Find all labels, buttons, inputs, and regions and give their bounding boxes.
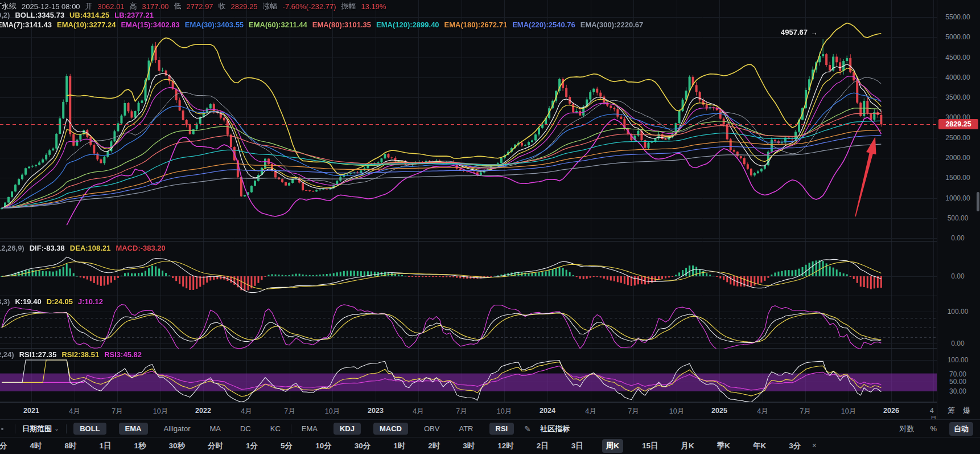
ohlc-legend-item: 开 [85, 1, 93, 11]
macd-legend-item: MACD:-383.20 [116, 244, 165, 252]
chevron-down-icon: ⌄ [54, 425, 59, 432]
timeframe-button[interactable]: 月K [677, 439, 698, 453]
ema-legend-item: EMA(10):3277.24 [57, 21, 116, 29]
rsi-legend-item: RSI1:27.35 [19, 350, 57, 359]
ohlc-legend-item: 13.19% [361, 2, 386, 11]
rsi-axis-label: 30.00 [937, 387, 978, 395]
price-axis-label: 0.00 [937, 234, 978, 242]
divider [15, 424, 15, 433]
main-indicator-button[interactable]: MA [206, 423, 224, 435]
price-axis-label: 2500.00 [937, 134, 978, 142]
sub-indicator-button[interactable]: OBV [421, 423, 443, 435]
scrollbar-thumb[interactable] [977, 192, 979, 211]
sub-indicator-button[interactable]: ATR [455, 423, 476, 435]
price-axis-label: 1000.00 [937, 194, 978, 202]
time-axis-label: 2025 [711, 407, 727, 415]
timeframe-button[interactable]: 年K [749, 439, 770, 453]
date-range-button[interactable]: 日期范围 ⌄ [22, 424, 59, 434]
edit-indicator-icon[interactable]: ✎ [524, 424, 531, 433]
ema-legend-item: EMA(300):2220.67 [580, 21, 644, 29]
ohlc-legend-item: 2025-12-15 08:00 [22, 2, 80, 11]
timeframe-button[interactable]: 2时 [424, 439, 444, 453]
timeframe-button[interactable]: 10分 [311, 439, 336, 453]
timeframe-button[interactable]: 30秒 [165, 439, 190, 453]
timeframe-button[interactable]: 分 [0, 439, 11, 453]
timeframe-button[interactable]: 3分 [785, 439, 805, 453]
price-axis-label: 4000.00 [937, 73, 978, 81]
timeframe-button[interactable]: 8时 [61, 439, 81, 453]
timeframe-bar: 分4时8时1日1秒30秒分时1分5分10分30分1时2时3时12时2日3日周K1… [0, 437, 980, 454]
sub-indicator-button[interactable]: KDJ [333, 423, 361, 435]
chip-tool-button[interactable]: 筹 [948, 406, 955, 416]
arrow-right-icon: → [811, 28, 818, 36]
time-axis-label: 7月 [800, 407, 810, 416]
sub-indicator-button[interactable]: RSI [489, 423, 514, 435]
community-indicators-button[interactable]: 社区指标 [540, 424, 570, 434]
current-price-badge: 2829.25 [938, 119, 978, 129]
ohlc-legend-item: 收 [219, 1, 226, 11]
ohlc-legend-item: -7.60%(-232.77) [283, 2, 336, 11]
boll-legend-item: 0,2) [0, 11, 10, 19]
divider [291, 424, 291, 433]
timeframe-button[interactable]: 3日 [567, 439, 587, 453]
scale-mode-button[interactable]: 对数 [896, 422, 917, 436]
price-axis[interactable]: 5500.005000.004500.004000.003500.003000.… [937, 0, 980, 419]
timeframe-button[interactable]: 1分 [242, 439, 262, 453]
kdj-axis-label: 100.00 [937, 308, 978, 316]
rsi-legend-item: RSI2:38.51 [61, 350, 99, 359]
main-indicator-button[interactable]: EMA [119, 423, 148, 435]
price-axis-label: 3500.00 [937, 93, 978, 101]
time-axis-label: 7月 [628, 407, 639, 416]
time-axis-label: 2026 [883, 407, 899, 415]
ema-legend-item: EMA(60):3211.44 [249, 21, 307, 29]
main-indicator-button[interactable]: BOLL [73, 423, 106, 435]
candlestick-chart[interactable] [0, 0, 937, 402]
scale-mode-button[interactable]: 自动 [949, 422, 973, 436]
sub-indicator-button[interactable]: EMA [298, 423, 321, 435]
time-axis-label: 2024 [540, 407, 555, 415]
timeframe-button[interactable]: 1日 [96, 439, 116, 453]
macd-legend-item: 12,26,9) [0, 244, 24, 252]
time-axis-label: 2021 [23, 407, 39, 415]
time-axis-label: 7月 [112, 407, 122, 416]
timeframe-button[interactable]: 季K [713, 439, 734, 453]
timeframe-button[interactable]: 1时 [389, 439, 409, 453]
time-axis-label: 2023 [368, 407, 384, 415]
clipped-icon [1, 428, 3, 430]
time-axis-label: 4月 [413, 407, 423, 416]
time-axis-label: 10月 [325, 407, 340, 416]
timeframe-button[interactable]: 30分 [351, 439, 375, 453]
peak-price-label: 4957.67 [781, 28, 808, 36]
time-axis-label: 7月 [284, 407, 295, 416]
ohlc-legend: T永续2025-12-15 08:00开3062.01高3177.00低2772… [1, 1, 386, 11]
timeframe-button[interactable]: 5分 [277, 439, 297, 453]
timeframe-button[interactable]: 4时 [26, 439, 46, 453]
timeframe-button[interactable]: 周K [602, 439, 623, 453]
timeframe-button[interactable]: 分时 [204, 439, 227, 453]
timeframe-button[interactable]: 15日 [638, 439, 662, 453]
main-indicator-button[interactable]: KC [267, 423, 284, 435]
ohlc-legend-item: 2772.97 [187, 2, 213, 11]
main-indicator-button[interactable]: DC [237, 423, 254, 435]
scale-mode-button[interactable]: % [927, 423, 940, 435]
macd-legend-item: DEA:108.21 [70, 244, 111, 252]
boll-legend-item: LB:2377.21 [114, 11, 154, 19]
timeframe-button[interactable]: 2日 [533, 439, 553, 453]
sub-indicator-button[interactable]: MACD [373, 423, 408, 435]
ema-legend-item: EMA(220):2540.76 [512, 21, 575, 29]
ohlc-legend-item: 3177.00 [142, 2, 169, 11]
time-axis[interactable]: 20214月7月10月20224月7月10月20234月7月10月20244月7… [0, 402, 937, 420]
close-icon[interactable]: ✕ [812, 442, 817, 449]
side-buttons: 筹爆 [937, 402, 980, 419]
boll-legend-item: UB:4314.25 [69, 11, 109, 19]
timeframe-button[interactable]: 12时 [493, 439, 518, 453]
ohlc-legend-item: 低 [174, 1, 182, 11]
chip-tool-button[interactable]: 爆 [963, 406, 970, 416]
timeframe-button[interactable]: 1秒 [130, 439, 150, 453]
rsi-legend-item: 2,24) [0, 350, 14, 359]
main-indicator-button[interactable]: Alligator [160, 423, 194, 435]
ohlc-legend-item: T永续 [0, 1, 17, 11]
ema-legend-item: EMA(120):2899.40 [376, 21, 439, 29]
timeframe-button[interactable]: 3时 [459, 439, 479, 453]
trading-app: T永续2025-12-15 08:00开3062.01高3177.00低2772… [0, 0, 980, 454]
